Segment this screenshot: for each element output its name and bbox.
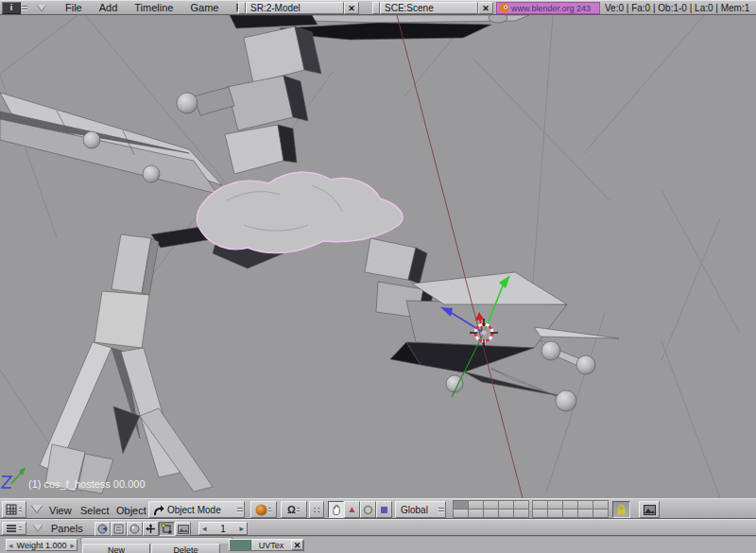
viewport-3d[interactable]: (1) cos_f_hostess 00.000 [0,15,756,498]
editing-mesh-icon [162,524,172,534]
hand-icon [331,504,342,515]
buttons-window-content: ◂ Weight 1.000 ▸ New Delete UVTex ✕ [0,536,756,553]
draw-type-dropdown[interactable] [250,501,277,518]
close-icon: ✕ [348,4,355,13]
viewport-canvas: (1) cos_f_hostess 00.000 [0,15,756,498]
buttons-window-header: Panels ◂ 1 ▸ [0,519,756,536]
info-icon: i [10,3,13,12]
snap-target-button[interactable]: ∷ [309,501,324,518]
grip-icon [438,502,445,517]
translate-toggle-button[interactable]: ▲ [344,501,360,518]
object-context-button[interactable] [143,522,159,536]
scene-name-field[interactable]: SCE:Scene [380,2,478,14]
context-buttons [94,522,191,536]
close-icon: ✕ [294,541,301,550]
script-context-button[interactable] [111,522,127,536]
shaded-ball-icon [255,504,267,516]
scene-close-button[interactable]: ✕ [478,2,493,14]
editor-type-button[interactable] [2,501,26,518]
uvtex-field[interactable]: UVTex ✕ [229,539,304,551]
material-ball-icon [129,524,140,534]
close-icon: ✕ [482,4,490,13]
view3d-editor-icon [6,504,17,515]
view3d-header: View Select Object Object Mode Ω ∷ [0,498,756,519]
panel-top-edge [80,537,233,544]
grip-icon [18,502,23,517]
orientation-dropdown[interactable]: Global [395,501,446,518]
screen-browse-icon[interactable] [238,2,246,14]
lock-layers-button[interactable] [612,501,630,518]
layer-buttons-left[interactable] [454,501,529,518]
vgroup-new-button[interactable]: New [82,544,150,553]
version-text: www.blender.org 243 [511,4,591,13]
layer-buttons-right[interactable] [533,501,609,518]
menu-file[interactable]: File [65,0,82,15]
menu-game[interactable]: Game [190,0,218,15]
scale-icon [380,506,388,514]
menu-add[interactable]: Add [99,0,118,15]
grip-icon [236,502,244,517]
buttons-editor-icon [6,524,17,533]
screen-selector: SR:2-Model ✕ [238,2,359,14]
frame-decrement-icon[interactable]: ◂ [202,524,207,533]
blender-window: i File Add Timeline Game Render Help SR:… [0,0,756,553]
info-header: i File Add Timeline Game Render Help SR:… [0,0,756,15]
scene-stats: Ve:0 | Fa:0 | Ob:1-0 | La:0 | Mem:1 [605,3,749,13]
frame-increment-icon[interactable]: ▸ [239,524,244,533]
grip-icon [18,523,23,534]
dots-grid-icon: ∷ [314,505,319,515]
collapse-menus-icon[interactable] [33,525,43,531]
uvtex-delete-button[interactable]: ✕ [291,540,303,550]
editor-type-button[interactable] [2,522,26,535]
version-chip: www.blender.org 243 [496,2,600,14]
logic-context-button[interactable] [94,522,111,536]
editing-context-button[interactable] [159,522,175,536]
menu-timeline[interactable]: Timeline [134,0,173,15]
mode-dropdown[interactable]: Object Mode [148,501,245,518]
image-icon [644,505,656,515]
panels-menu[interactable]: Panels [51,521,83,536]
scene-selector: SCE:Scene ✕ [372,2,493,14]
slider-left-icon[interactable]: ◂ [9,541,13,550]
viewport-overlay-text: (1) cos_f_hostess 00.000 [28,478,146,490]
pivot-icon: Ω [287,504,296,515]
rotate-toggle-button[interactable] [360,501,376,518]
vgroup-delete-button[interactable]: Delete [151,544,220,553]
render-preview-button[interactable] [639,501,660,518]
logic-icon [97,524,108,534]
uvtex-active-swatch[interactable] [230,540,251,550]
script-icon [113,524,124,534]
pivot-dropdown[interactable]: Ω [281,501,307,518]
menu-select[interactable]: Select [80,503,110,518]
menu-object[interactable]: Object [116,503,146,518]
shading-context-button[interactable] [127,522,143,536]
grip-icon [296,502,301,517]
header-grip-icon[interactable] [21,1,28,14]
blender-logo-icon [499,3,509,13]
scene-context-button[interactable] [175,522,191,536]
scene-image-icon [178,525,189,534]
menu-view[interactable]: View [49,503,72,518]
screen-name-field[interactable]: SR:2-Model [246,2,344,14]
window-type-button[interactable]: i [2,2,21,14]
collapse-menus-icon[interactable] [31,505,43,512]
translate-icon: ▲ [348,505,357,514]
lock-icon [616,504,627,515]
manipulator-toggles: ▲ [328,501,392,518]
frame-number-field[interactable]: ◂ 1 ▸ [198,522,248,535]
manipulator-enable-button[interactable] [328,501,344,518]
rotate-icon [363,505,373,515]
grip-icon [267,502,272,517]
slider-right-icon[interactable]: ▸ [70,541,75,550]
scale-toggle-button[interactable] [376,501,392,518]
scene-browse-icon[interactable] [372,2,380,14]
object-arrows-icon [146,524,156,534]
object-mode-icon [152,504,164,516]
collapse-menus-icon[interactable] [37,5,46,10]
screen-close-button[interactable]: ✕ [344,2,359,14]
weight-slider[interactable]: ◂ Weight 1.000 ▸ [6,539,77,551]
